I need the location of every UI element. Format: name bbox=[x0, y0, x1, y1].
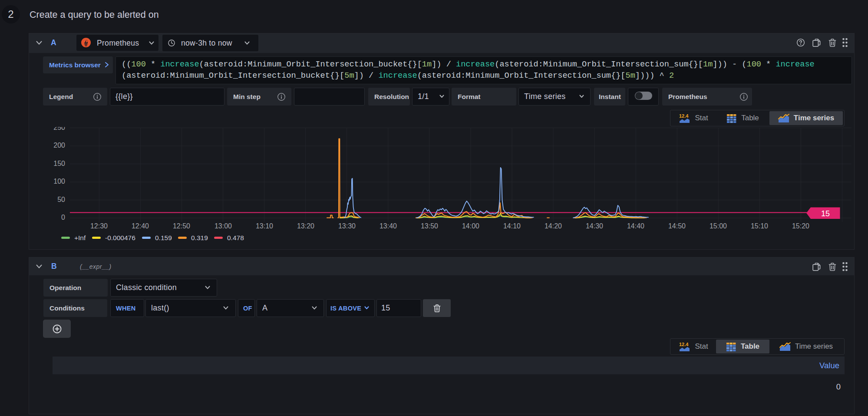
svg-text:15: 15 bbox=[821, 209, 830, 218]
svg-text:12.4: 12.4 bbox=[679, 342, 689, 347]
